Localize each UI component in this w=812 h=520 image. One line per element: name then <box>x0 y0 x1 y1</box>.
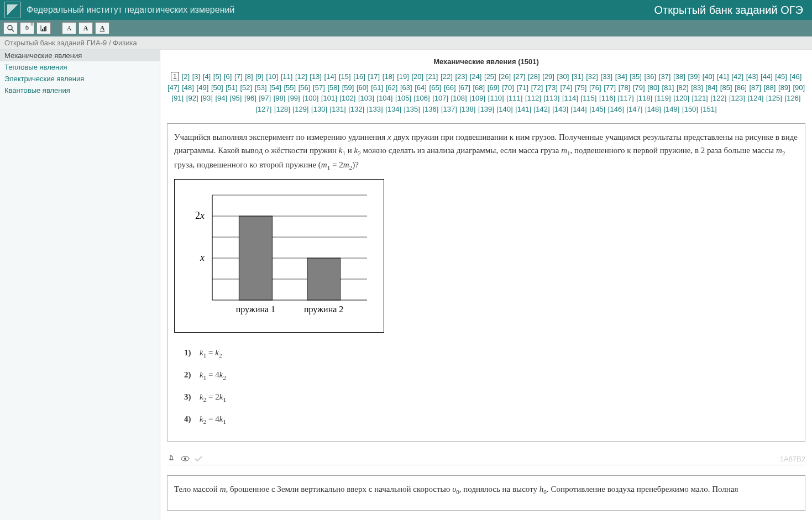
font-size-large-button[interactable]: A <box>95 22 109 34</box>
page-link[interactable]: [89] <box>778 83 790 92</box>
page-link[interactable]: [84] <box>706 83 718 92</box>
page-link[interactable]: [137] <box>441 105 457 113</box>
page-link[interactable]: [74] <box>560 83 572 92</box>
page-link[interactable]: [117] <box>618 94 634 102</box>
page-link[interactable]: [8] <box>245 72 253 81</box>
page-link[interactable]: [68] <box>473 83 485 92</box>
page-link[interactable]: [18] <box>383 72 395 81</box>
page-link[interactable]: [114] <box>562 94 578 102</box>
page-link[interactable]: [97] <box>259 94 271 102</box>
page-link[interactable]: [104] <box>377 94 393 102</box>
page-link[interactable]: [106] <box>414 94 430 102</box>
page-link[interactable]: [126] <box>785 94 801 102</box>
sidebar-item-thermal[interactable]: Тепловые явления <box>0 61 160 73</box>
page-link[interactable]: [70] <box>502 83 514 92</box>
page-link[interactable]: [88] <box>764 83 776 92</box>
answer-option-1[interactable]: 1) k1 = k2 <box>184 346 798 360</box>
page-link[interactable]: [56] <box>298 83 311 92</box>
page-link[interactable]: [141] <box>515 105 531 113</box>
page-link[interactable]: [12] <box>295 72 307 81</box>
page-link[interactable]: [37] <box>659 72 671 81</box>
search-icon[interactable] <box>3 22 18 34</box>
page-link[interactable]: [30] <box>557 72 569 81</box>
chart-icon[interactable] <box>36 22 51 34</box>
page-link[interactable]: [150] <box>682 105 698 113</box>
page-link[interactable]: [49] <box>197 83 209 92</box>
page-link[interactable]: [118] <box>636 94 652 102</box>
page-link[interactable]: [131] <box>330 105 346 113</box>
page-link[interactable]: [47] <box>167 83 180 92</box>
page-link[interactable]: [42] <box>731 72 743 81</box>
page-link[interactable]: [112] <box>525 94 541 102</box>
page-link[interactable]: [81] <box>662 83 674 92</box>
page-link[interactable]: [60] <box>357 83 369 92</box>
page-link[interactable]: [109] <box>469 94 485 102</box>
page-link[interactable]: [123] <box>729 94 745 102</box>
page-link[interactable]: [51] <box>226 83 238 92</box>
page-link[interactable]: [127] <box>255 105 271 113</box>
page-link[interactable]: [145] <box>589 105 605 113</box>
page-link[interactable]: [36] <box>644 72 656 81</box>
page-link[interactable]: [142] <box>534 105 550 113</box>
page-link[interactable]: [13] <box>310 72 322 81</box>
page-link[interactable]: [95] <box>230 94 242 102</box>
page-link[interactable]: [57] <box>313 83 325 92</box>
sidebar-item-electrical[interactable]: Электрические явления <box>0 73 160 85</box>
page-link[interactable]: [134] <box>385 105 401 113</box>
page-link[interactable]: [94] <box>215 94 227 102</box>
page-link[interactable]: [124] <box>747 94 763 102</box>
page-link[interactable]: [80] <box>647 83 659 92</box>
page-link[interactable]: [27] <box>514 72 526 81</box>
page-link[interactable]: [147] <box>626 105 642 113</box>
page-link[interactable]: [10] <box>266 72 278 81</box>
page-link[interactable]: [14] <box>324 72 337 81</box>
page-link[interactable]: [33] <box>601 72 613 81</box>
page-link[interactable]: [116] <box>599 94 615 102</box>
page-link[interactable]: [62] <box>386 83 398 92</box>
page-link[interactable]: [38] <box>673 72 685 81</box>
page-link[interactable]: [90] <box>793 83 805 92</box>
page-link[interactable]: [78] <box>619 83 631 92</box>
sidebar-item-quantum[interactable]: Квантовые явления <box>0 85 160 96</box>
page-link[interactable]: [125] <box>766 94 782 102</box>
page-link[interactable]: [55] <box>284 83 296 92</box>
page-link[interactable]: [29] <box>542 72 554 81</box>
page-link[interactable]: [111] <box>506 94 522 102</box>
page-link[interactable]: [96] <box>244 94 256 102</box>
page-link[interactable]: [3] <box>192 72 200 81</box>
page-link[interactable]: [105] <box>395 94 411 102</box>
page-link[interactable]: [19] <box>397 72 409 81</box>
page-link[interactable]: [31] <box>572 72 584 81</box>
page-link[interactable]: [121] <box>692 94 708 102</box>
answer-option-2[interactable]: 2) k1 = 4k2 <box>184 368 798 382</box>
page-link[interactable]: [151] <box>701 105 717 113</box>
page-link[interactable]: [148] <box>645 105 661 113</box>
page-link[interactable]: [64] <box>415 83 427 92</box>
page-link[interactable]: [103] <box>358 94 374 102</box>
page-link[interactable]: [73] <box>546 83 558 92</box>
hand-zero-icon[interactable]: 0 <box>20 22 34 34</box>
page-link[interactable]: [115] <box>581 94 597 102</box>
page-link[interactable]: [86] <box>735 83 747 92</box>
answer-option-3[interactable]: 3) k2 = 2k1 <box>184 390 798 405</box>
page-link[interactable]: [91] <box>172 94 184 102</box>
page-link[interactable]: [16] <box>353 72 365 81</box>
page-link[interactable]: [77] <box>604 83 616 92</box>
page-link[interactable]: [108] <box>451 94 467 102</box>
page-link[interactable]: [20] <box>411 72 423 81</box>
page-link[interactable]: [129] <box>293 105 309 113</box>
font-size-small-button[interactable]: A <box>62 22 76 34</box>
page-link[interactable]: [66] <box>444 83 456 92</box>
font-size-medium-button[interactable]: A <box>78 22 93 34</box>
page-link[interactable]: [6] <box>224 72 232 81</box>
page-link[interactable]: [50] <box>211 83 223 92</box>
page-link[interactable]: [21] <box>426 72 438 81</box>
page-link[interactable]: [122] <box>710 94 726 102</box>
page-link[interactable]: [144] <box>571 105 587 113</box>
page-link[interactable]: [135] <box>404 105 420 113</box>
page-link[interactable]: [92] <box>186 94 198 102</box>
page-link[interactable]: [72] <box>531 83 543 92</box>
page-link[interactable]: [54] <box>269 83 281 92</box>
page-link[interactable]: [43] <box>746 72 758 81</box>
page-link[interactable]: [7] <box>234 72 242 81</box>
